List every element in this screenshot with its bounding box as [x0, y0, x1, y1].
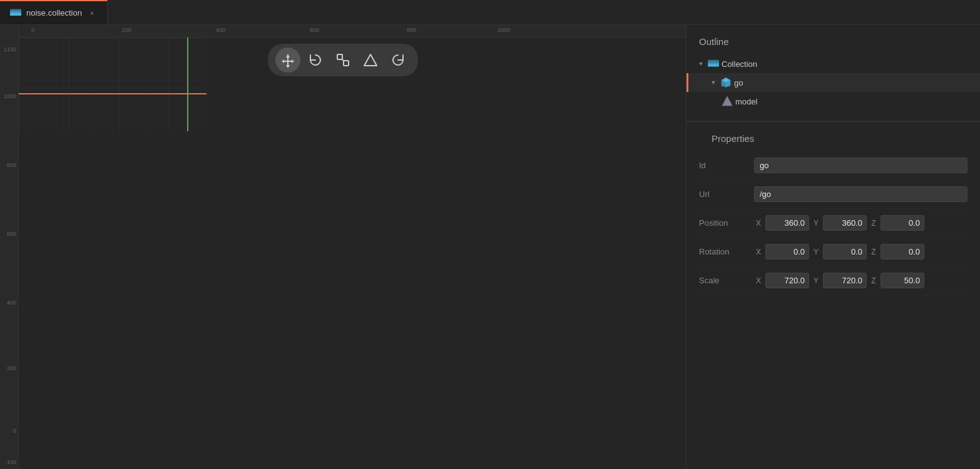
rotation-z-label: Z — [869, 248, 878, 256]
position-axis-group: X Y Z — [754, 215, 967, 231]
scale-x-input[interactable] — [765, 273, 809, 288]
svg-line-6 — [342, 59, 344, 61]
tree-item-collection[interactable]: ▼ Collection — [687, 54, 980, 73]
tree-item-go[interactable]: ▼ go — [687, 73, 980, 92]
url-input[interactable] — [754, 186, 967, 202]
prop-row-rotation: Rotation X Y Z — [699, 238, 967, 266]
position-y-input[interactable] — [823, 215, 867, 231]
outline-section: Outline ▼ Collection ▼ — [687, 25, 980, 121]
rotation-y-input[interactable] — [823, 244, 867, 260]
position-y-label: Y — [812, 219, 820, 228]
collection-arrow: ▼ — [697, 59, 705, 68]
id-input[interactable] — [754, 158, 967, 173]
prop-row-scale: Scale X Y Z — [699, 266, 967, 295]
position-z-label: Z — [869, 219, 878, 228]
outline-title: Outline — [687, 25, 980, 54]
rotation-x-label: X — [754, 248, 763, 256]
scale-y-input[interactable] — [823, 273, 867, 288]
ruler-mark-600: 600 — [7, 231, 16, 237]
collection-icon — [708, 58, 719, 69]
scene-canvas[interactable] — [19, 38, 207, 131]
position-x-label: X — [754, 219, 763, 228]
tab-bar: noise.collection × — [0, 0, 980, 25]
ruler-mark-400: 400 — [7, 300, 16, 306]
move-tool-button[interactable] — [275, 48, 300, 73]
svg-rect-9 — [19, 38, 207, 131]
main-area: 1100 1000 800 600 400 200 0 -100 0 200 4… — [0, 25, 980, 469]
ruler-top: 0 200 400 600 800 1000 — [19, 25, 686, 38]
go-icon — [720, 77, 732, 88]
id-label: Id — [699, 161, 749, 170]
ruler-left: 1100 1000 800 600 400 200 0 -100 — [0, 25, 19, 469]
rotation-x-input[interactable] — [765, 244, 809, 260]
ruler-mark-800: 800 — [7, 163, 16, 168]
model-label: model — [735, 97, 757, 106]
noise-collection-tab[interactable]: noise.collection × — [0, 0, 108, 24]
rotation-z-input[interactable] — [880, 244, 924, 260]
ruler-top-1000: 1000 — [498, 28, 510, 33]
rotation-label: Rotation — [699, 247, 749, 256]
viewport[interactable]: 1100 1000 800 600 400 200 0 -100 0 200 4… — [0, 25, 686, 469]
ruler-mark-0: 0 — [13, 428, 16, 434]
prop-row-position: Position X Y Z — [699, 209, 967, 238]
go-arrow: ▼ — [709, 78, 718, 87]
svg-rect-2 — [10, 9, 21, 11]
ruler-top-400: 400 — [216, 28, 225, 33]
svg-rect-14 — [708, 60, 719, 63]
scale-z-input[interactable] — [880, 273, 924, 288]
svg-marker-3 — [282, 54, 294, 68]
position-label: Position — [699, 218, 749, 228]
scale-axis-group: X Y Z — [754, 273, 967, 288]
ruler-mark-n100: -100 — [5, 460, 16, 465]
model-icon — [722, 96, 733, 107]
rotate-tool-button[interactable] — [303, 48, 328, 73]
position-x-input[interactable] — [765, 215, 809, 231]
toolbar — [268, 44, 418, 76]
svg-rect-13 — [708, 62, 719, 64]
ruler-top-0: 0 — [31, 28, 34, 33]
rotation-axis-group: X Y Z — [754, 244, 967, 260]
rotation-y-label: Y — [812, 248, 820, 256]
ruler-mark-1100: 1100 — [4, 47, 16, 53]
scale-z-label: Z — [869, 276, 878, 285]
tab-label: noise.collection — [26, 8, 82, 18]
position-z-input[interactable] — [880, 215, 924, 231]
prop-row-url: Url — [699, 180, 967, 209]
shape-tool-button[interactable] — [358, 48, 383, 73]
scale-y-label: Y — [812, 276, 820, 285]
svg-rect-4 — [337, 54, 342, 59]
properties-title: Properties — [699, 122, 967, 151]
ruler-top-200: 200 — [122, 28, 131, 33]
go-label: go — [734, 78, 743, 88]
ruler-top-800: 800 — [407, 28, 416, 33]
scale-label: Scale — [699, 276, 749, 285]
tab-close-button[interactable]: × — [87, 8, 97, 18]
url-label: Url — [699, 189, 749, 199]
scale-tool-button[interactable] — [330, 48, 355, 73]
right-panel: Outline ▼ Collection ▼ — [686, 25, 980, 469]
redo-tool-button[interactable] — [385, 48, 411, 73]
prop-row-id: Id — [699, 151, 967, 180]
tree-item-model[interactable]: model — [687, 92, 980, 111]
scale-x-label: X — [754, 276, 763, 285]
ruler-top-600: 600 — [310, 28, 319, 33]
collection-label: Collection — [722, 59, 757, 69]
svg-rect-12 — [708, 64, 719, 67]
svg-marker-7 — [364, 54, 377, 66]
svg-marker-19 — [722, 96, 732, 106]
properties-section: Properties Id Url Position X Y Z — [687, 121, 980, 295]
collection-tab-icon — [10, 9, 21, 18]
ruler-mark-200: 200 — [7, 366, 16, 371]
ruler-mark-1000: 1000 — [4, 94, 16, 99]
svg-rect-5 — [344, 61, 349, 66]
